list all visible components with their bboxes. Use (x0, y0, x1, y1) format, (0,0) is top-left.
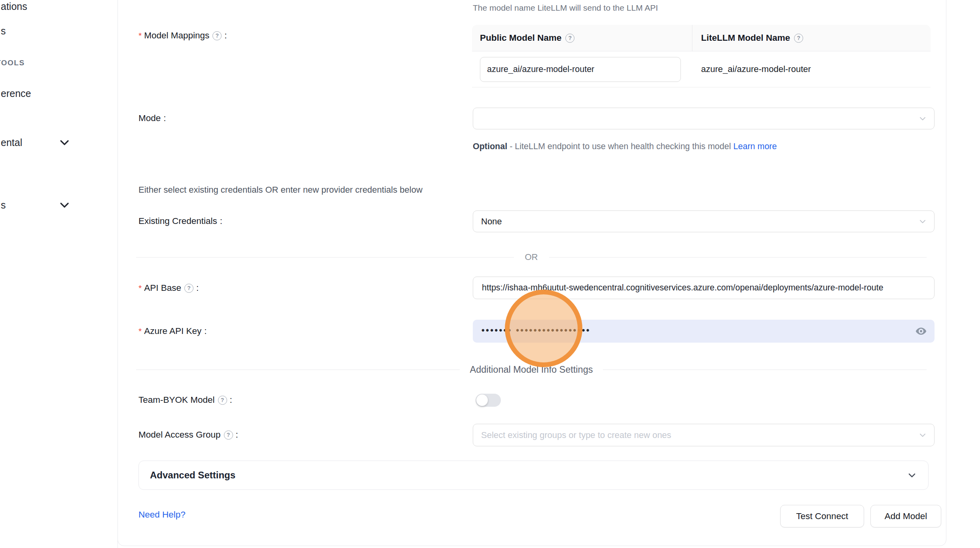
public-model-name-header: Public Model Name ? (472, 25, 692, 51)
azure-api-key-label: * Azure API Key : (138, 326, 207, 336)
sidebar-item-label: s (1, 25, 6, 36)
model-access-group-select[interactable]: Select existing groups or type to create… (473, 424, 935, 446)
required-asterisk: * (138, 31, 142, 40)
eye-icon[interactable] (915, 325, 927, 338)
test-connect-button[interactable]: Test Connect (780, 505, 864, 527)
sidebar-item-ations[interactable]: ations (1, 1, 27, 12)
masked-password-value: ••••••• ••••••••••••••••• (481, 325, 591, 336)
help-icon[interactable]: ? (794, 34, 803, 43)
or-divider: OR (136, 252, 927, 262)
sidebar-item-ental[interactable]: ental (1, 137, 22, 148)
existing-credentials-label: Existing Credentials : (138, 216, 222, 226)
sidebar: ations s TOOLS erence ental s (0, 0, 118, 548)
required-asterisk: * (138, 326, 142, 336)
sidebar-item-label: ental (1, 137, 22, 148)
help-icon[interactable]: ? (565, 34, 574, 43)
sidebar-item-s1[interactable]: s (1, 25, 6, 37)
public-model-name-input[interactable] (480, 57, 681, 82)
mode-hint: Optional - LiteLLM endpoint to use when … (473, 138, 777, 154)
chevron-down-icon (907, 470, 917, 480)
model-mappings-label: * Model Mappings ? : (138, 30, 227, 41)
team-byok-toggle[interactable] (476, 394, 501, 407)
help-icon[interactable]: ? (224, 430, 233, 440)
sidebar-item-label: erence (1, 88, 31, 99)
toggle-knob (476, 394, 488, 406)
sidebar-section-tools: TOOLS (0, 59, 25, 67)
team-byok-label: Team-BYOK Model ? : (138, 395, 232, 405)
azure-api-key-input[interactable]: ••••••• ••••••••••••••••• (473, 320, 935, 343)
model-access-group-label: Model Access Group ? : (138, 430, 238, 440)
model-access-group-placeholder: Select existing groups or type to create… (481, 430, 671, 440)
advanced-settings-title: Advanced Settings (150, 470, 235, 481)
chevron-down-icon (918, 114, 927, 123)
api-base-label: * API Base ? : (138, 283, 199, 293)
sidebar-section-label: TOOLS (0, 59, 25, 67)
model-name-hint: The model name LiteLLM will send to the … (473, 3, 658, 13)
litellm-model-name-header: LiteLLM Model Name ? (692, 25, 931, 51)
existing-credentials-select[interactable]: None (473, 210, 935, 232)
model-mappings-row: azure_ai/azure-model-router (472, 51, 931, 87)
add-model-button[interactable]: Add Model (870, 505, 941, 527)
need-help-link[interactable]: Need Help? (138, 510, 186, 520)
chevron-down-icon[interactable] (59, 202, 70, 209)
litellm-model-name-value: azure_ai/azure-model-router (692, 64, 931, 74)
credentials-note: Either select existing credentials OR en… (138, 185, 423, 195)
api-base-input[interactable] (473, 277, 935, 299)
existing-credentials-value: None (481, 216, 502, 227)
model-mappings-table: Public Model Name ? LiteLLM Model Name ?… (472, 25, 931, 87)
chevron-down-icon (918, 431, 927, 440)
mode-select[interactable] (473, 108, 935, 129)
help-icon[interactable]: ? (212, 31, 222, 40)
sidebar-item-erence[interactable]: erence (1, 88, 31, 99)
sidebar-item-s2[interactable]: s (1, 199, 6, 211)
chevron-down-icon (918, 217, 927, 226)
advanced-settings-panel[interactable]: Advanced Settings (138, 461, 929, 490)
learn-more-link[interactable]: Learn more (734, 142, 777, 151)
required-asterisk: * (138, 283, 142, 293)
chevron-down-icon[interactable] (59, 139, 70, 146)
add-model-page: ations s TOOLS erence ental s The model … (0, 0, 980, 548)
mode-label: Mode : (138, 113, 166, 123)
additional-model-info-divider: Additional Model Info Settings (136, 364, 927, 375)
sidebar-item-label: s (1, 199, 6, 210)
model-mappings-header-row: Public Model Name ? LiteLLM Model Name ? (472, 25, 931, 51)
help-icon[interactable]: ? (184, 284, 193, 293)
sidebar-item-label: ations (1, 1, 27, 12)
help-icon[interactable]: ? (218, 396, 227, 405)
